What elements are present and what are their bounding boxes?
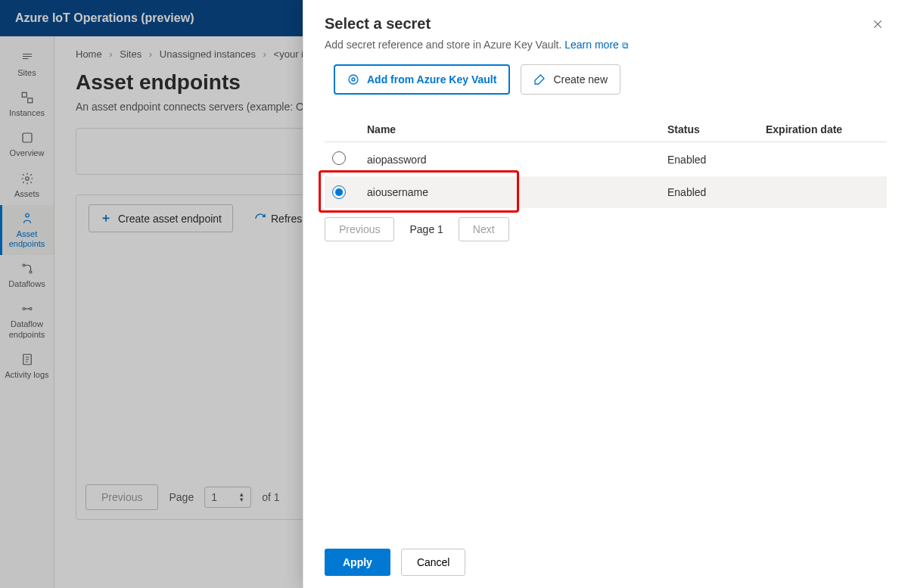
left-nav: Sites Instances Overview Assets Asset en… <box>0 36 54 588</box>
secrets-table: Name Status Expiration date aiopassword … <box>303 102 908 208</box>
nav-item-dataflow-endpoints[interactable]: Dataflow endpoints <box>0 295 54 345</box>
svg-rect-1 <box>27 98 32 103</box>
page-label: Page <box>169 491 194 503</box>
breadcrumb-current: <your i <box>274 48 303 60</box>
instances-icon <box>20 90 35 105</box>
plus-icon: ＋ <box>100 210 112 226</box>
nav-item-label: Assets <box>14 189 39 199</box>
cancel-button[interactable]: Cancel <box>401 549 466 576</box>
svg-point-4 <box>25 213 29 217</box>
breadcrumb-unassigned[interactable]: Unassigned instances <box>160 48 256 60</box>
map-icon <box>20 50 35 65</box>
drawer-subtitle-text: Add secret reference and store in Azure … <box>325 39 561 51</box>
nav-item-label: Dataflow endpoints <box>3 319 51 339</box>
create-new-secret-button[interactable]: Create new <box>521 64 620 95</box>
col-status: Status <box>660 117 758 142</box>
overview-icon <box>20 130 35 145</box>
create-endpoint-label: Create asset endpoint <box>118 213 222 225</box>
col-name: Name <box>359 117 660 142</box>
select-secret-drawer: Select a secret Add secret reference and… <box>303 0 908 588</box>
nav-item-dataflows[interactable]: Dataflows <box>0 255 54 295</box>
chevron-right-icon: › <box>109 48 112 60</box>
close-button[interactable] <box>869 15 887 36</box>
nav-item-overview[interactable]: Overview <box>0 124 54 164</box>
flow-endpoint-icon <box>20 301 35 316</box>
secret-status: Enabled <box>660 176 758 208</box>
nav-item-assets[interactable]: Assets <box>0 165 54 205</box>
flow-icon <box>20 261 35 276</box>
create-new-label: Create new <box>553 73 608 86</box>
chevron-right-icon: › <box>263 48 266 60</box>
secret-name: aiousername <box>359 176 660 208</box>
refresh-icon <box>254 213 266 225</box>
svg-point-11 <box>352 78 355 81</box>
add-from-keyvault-button[interactable]: Add from Azure Key Vault <box>334 64 510 95</box>
add-from-keyvault-label: Add from Azure Key Vault <box>367 73 496 86</box>
secrets-page-current: Page 1 <box>402 223 450 235</box>
drawer-footer: Apply Cancel <box>303 536 908 588</box>
svg-point-3 <box>25 176 29 180</box>
secret-name: aiopassword <box>359 142 660 177</box>
secret-row[interactable]: aiopassword Enabled <box>325 142 887 177</box>
nav-item-label: Dataflows <box>8 279 45 289</box>
nav-item-label: Instances <box>9 108 45 118</box>
svg-rect-2 <box>23 133 32 142</box>
col-expiration: Expiration date <box>758 117 887 142</box>
nav-item-sites[interactable]: Sites <box>0 44 54 84</box>
nav-item-label: Overview <box>10 148 45 158</box>
learn-more-link[interactable]: Learn more ⧉ <box>564 39 628 51</box>
page-number-value: 1 <box>211 491 217 503</box>
endpoint-icon <box>20 211 35 226</box>
close-icon <box>872 18 884 30</box>
breadcrumb-sites[interactable]: Sites <box>120 48 141 60</box>
apply-button[interactable]: Apply <box>325 549 390 576</box>
learn-more-text: Learn more <box>564 39 619 51</box>
page-of-label: of 1 <box>262 491 279 503</box>
breadcrumb-home[interactable]: Home <box>76 48 102 60</box>
svg-point-6 <box>30 271 32 273</box>
secrets-prev-button[interactable]: Previous <box>325 217 394 241</box>
svg-point-5 <box>23 264 25 266</box>
nav-item-label: Asset endpoints <box>3 229 51 249</box>
refresh-button[interactable]: Refresh <box>254 213 308 225</box>
svg-rect-0 <box>22 92 26 97</box>
nav-item-label: Activity logs <box>5 370 48 380</box>
nav-item-label: Sites <box>17 68 36 78</box>
secret-status: Enabled <box>660 142 758 177</box>
secret-row[interactable]: aiousername Enabled <box>325 176 887 208</box>
stepper-icon[interactable]: ▲▼ <box>238 492 244 502</box>
radio-button[interactable] <box>332 151 346 165</box>
drawer-subtitle: Add secret reference and store in Azure … <box>325 39 887 51</box>
external-link-icon: ⧉ <box>622 40 629 51</box>
page-number-input[interactable]: 1 ▲▼ <box>204 487 251 508</box>
svg-point-8 <box>30 308 32 310</box>
create-endpoint-button[interactable]: ＋ Create asset endpoint <box>89 204 233 232</box>
nav-item-asset-endpoints[interactable]: Asset endpoints <box>0 205 54 255</box>
nav-item-instances[interactable]: Instances <box>0 84 54 124</box>
assets-icon <box>20 171 35 186</box>
secret-expiration <box>758 176 887 208</box>
logs-icon <box>20 352 35 367</box>
page-prev-button[interactable]: Previous <box>86 484 158 510</box>
svg-point-10 <box>349 75 358 84</box>
keyvault-icon <box>347 73 359 86</box>
secrets-pagination: Previous Page 1 Next <box>303 208 908 250</box>
drawer-title: Select a secret <box>325 15 431 33</box>
secrets-next-button[interactable]: Next <box>459 217 509 241</box>
nav-item-activity-logs[interactable]: Activity logs <box>0 346 54 386</box>
radio-button[interactable] <box>332 185 346 199</box>
svg-point-7 <box>23 308 25 310</box>
chevron-right-icon: › <box>149 48 152 60</box>
secret-expiration <box>758 142 887 177</box>
create-icon <box>533 73 546 86</box>
app-title: Azure IoT Operations (preview) <box>15 11 194 25</box>
